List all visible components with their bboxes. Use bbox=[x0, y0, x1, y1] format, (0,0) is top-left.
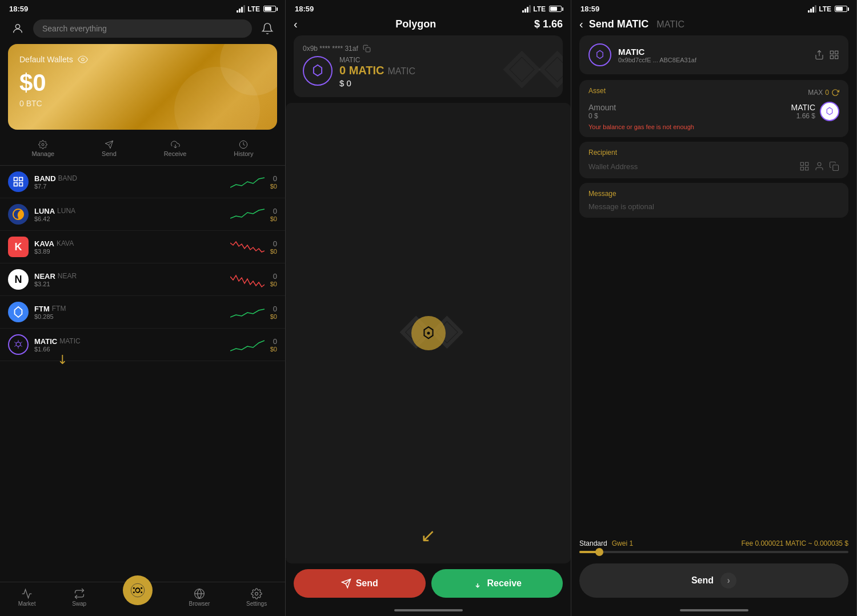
battery-icon-1 bbox=[263, 6, 276, 12]
panel2-nav: ‹ Polygon $ 1.66 bbox=[286, 15, 571, 35]
error-text: Your balance or gas fee is not enough bbox=[588, 123, 839, 130]
nav-center-button[interactable] bbox=[123, 575, 153, 605]
nav-market-label: Market bbox=[18, 601, 36, 607]
history-action[interactable]: History bbox=[228, 137, 259, 161]
luna-info: LUNA LUNA $6.42 bbox=[34, 207, 225, 222]
network-label-2: LTE bbox=[533, 5, 546, 13]
qr-scan-icon[interactable] bbox=[799, 161, 810, 171]
svg-rect-28 bbox=[830, 51, 833, 54]
token-item-near[interactable]: N NEAR NEAR $3.21 0 $0 bbox=[0, 263, 285, 296]
signal-icon-3 bbox=[808, 5, 816, 13]
svg-rect-32 bbox=[800, 162, 803, 165]
panel2-price: $ 1.66 bbox=[534, 18, 563, 30]
token-item-kava[interactable]: K KAVA KAVA $3.89 0 $0 bbox=[0, 231, 285, 263]
panel-send-matic: 18:59 LTE ‹ Send MATIC MATIC MATIC bbox=[571, 0, 857, 616]
fee-gwei: Gwei 1 bbox=[612, 539, 633, 547]
asset-label-row: Asset MAX 0 bbox=[588, 87, 839, 98]
nav-browser[interactable]: Browser bbox=[189, 588, 210, 607]
band-info: BAND BAND $7.7 bbox=[34, 174, 225, 190]
wallet-address-input[interactable]: Wallet Address bbox=[588, 162, 795, 171]
panel3-title: Send MATIC bbox=[589, 18, 649, 30]
time-2: 18:59 bbox=[295, 5, 314, 13]
nav-settings[interactable]: Settings bbox=[246, 588, 267, 607]
send-label: Send bbox=[102, 150, 117, 157]
browser-icon bbox=[194, 588, 205, 599]
status-bar-2: 18:59 LTE bbox=[286, 0, 571, 15]
message-input[interactable]: Message is optional bbox=[588, 202, 839, 211]
svg-rect-7 bbox=[14, 178, 18, 181]
amount-ticker: MATIC bbox=[791, 103, 815, 112]
signal-icon-1 bbox=[237, 5, 245, 13]
message-label: Message bbox=[588, 190, 839, 198]
slider-thumb[interactable] bbox=[595, 548, 603, 556]
send-button-large[interactable]: Send bbox=[294, 569, 426, 598]
fee-standard-label: Standard bbox=[579, 539, 607, 547]
svg-rect-31 bbox=[830, 56, 833, 59]
back-button-3[interactable]: ‹ bbox=[579, 18, 583, 31]
receive-btn-label: Receive bbox=[487, 578, 522, 589]
contacts-icon[interactable] bbox=[814, 161, 824, 171]
matic-icon-amount bbox=[820, 102, 839, 121]
market-icon bbox=[21, 588, 33, 599]
paste-icon[interactable] bbox=[829, 161, 839, 171]
matic-balance-ticker: MATIC bbox=[388, 66, 416, 77]
matic-asset-addr: 0x9bd7ccfE ... ABC8EA31af bbox=[618, 57, 807, 63]
recipient-label: Recipient bbox=[588, 149, 839, 157]
max-label: MAX bbox=[808, 89, 823, 97]
svg-point-20 bbox=[255, 593, 258, 595]
notification-bell-icon[interactable] bbox=[258, 19, 277, 38]
receive-label: Receive bbox=[164, 150, 187, 157]
matic-token-label: MATIC bbox=[339, 56, 415, 64]
nav-swap[interactable]: Swap bbox=[72, 588, 86, 607]
ftm-balance: 0 $0 bbox=[270, 305, 277, 320]
svg-marker-11 bbox=[15, 307, 22, 317]
battery-icon-2 bbox=[549, 6, 562, 12]
chart-area: ◈◈ ↙ bbox=[286, 103, 571, 563]
send-btn-label: Send bbox=[356, 578, 378, 589]
send-action[interactable]: Send bbox=[96, 137, 122, 161]
svg-rect-8 bbox=[19, 178, 23, 181]
panel3-subtitle: MATIC bbox=[656, 19, 684, 30]
panel-polygon-detail: 18:59 LTE ‹ Polygon $ 1.66 0x9b **** ***… bbox=[286, 0, 571, 616]
search-input[interactable]: Search everything bbox=[33, 19, 252, 38]
fee-slider[interactable] bbox=[571, 550, 856, 559]
fee-value: Fee 0.000021 MATIC ~ 0.000035 $ bbox=[741, 539, 848, 547]
amount-section: Asset MAX 0 Amount 0 $ MATIC 1.66 $ bbox=[579, 80, 848, 137]
wallet-input-icons bbox=[799, 161, 839, 171]
nav-market[interactable]: Market bbox=[18, 588, 36, 607]
send-action-button[interactable]: Send › bbox=[579, 563, 848, 598]
manage-label: Manage bbox=[31, 150, 54, 157]
user-icon[interactable] bbox=[8, 19, 27, 38]
recipient-section: Recipient Wallet Address bbox=[579, 142, 848, 178]
token-item-ftm[interactable]: FTM FTM $0.285 0 $0 bbox=[0, 296, 285, 329]
receive-action[interactable]: Receive bbox=[158, 137, 193, 161]
token-item-matic[interactable]: MATIC MATIC $1.66 0 $0 ↘ bbox=[0, 329, 285, 361]
wallet-title: Default Wallets bbox=[19, 54, 266, 65]
svg-point-2 bbox=[42, 143, 44, 146]
time-1: 18:59 bbox=[9, 5, 28, 13]
kava-balance: 0 $0 bbox=[270, 239, 277, 255]
home-indicator-2 bbox=[394, 609, 463, 611]
home-indicator-3 bbox=[680, 609, 748, 611]
receive-button-large[interactable]: Receive bbox=[431, 569, 563, 598]
share-icon[interactable] bbox=[814, 50, 824, 60]
token-item-band[interactable]: BAND BAND $7.7 0 $0 bbox=[0, 166, 285, 198]
fee-row: Standard Gwei 1 Fee 0.000021 MATIC ~ 0.0… bbox=[571, 535, 856, 550]
panel3-nav: ‹ Send MATIC MATIC bbox=[571, 15, 856, 35]
time-3: 18:59 bbox=[580, 5, 599, 13]
manage-action[interactable]: Manage bbox=[26, 137, 60, 161]
svg-point-1 bbox=[81, 58, 84, 61]
token-item-luna[interactable]: LUNA LUNA $6.42 0 $0 bbox=[0, 198, 285, 231]
copy-icon[interactable] bbox=[363, 45, 371, 53]
refresh-icon[interactable] bbox=[831, 89, 839, 97]
network-label-1: LTE bbox=[247, 5, 260, 13]
matic-asset-action-icons bbox=[814, 50, 839, 60]
amount-usd: 1.66 $ bbox=[791, 112, 815, 120]
band-balance: 0 $0 bbox=[270, 174, 277, 190]
ftm-chart bbox=[230, 303, 265, 321]
matic-asset-card: MATIC 0x9bd7ccfE ... ABC8EA31af bbox=[579, 35, 848, 74]
svg-point-36 bbox=[818, 162, 821, 166]
back-button[interactable]: ‹ bbox=[294, 18, 298, 31]
qr-icon[interactable] bbox=[829, 50, 839, 60]
battery-icon-3 bbox=[835, 6, 847, 12]
